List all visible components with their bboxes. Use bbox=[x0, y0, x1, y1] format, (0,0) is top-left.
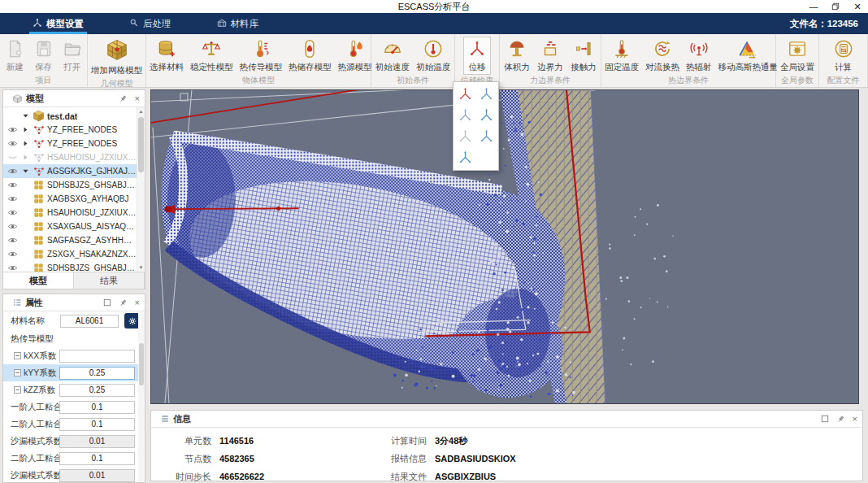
tab-results[interactable]: 结果 bbox=[74, 272, 145, 289]
tab-material-library[interactable]: 材料库 bbox=[204, 13, 272, 34]
material-name-input[interactable] bbox=[60, 315, 119, 328]
toolbar-button-thermal-radiation[interactable]: 热辐射 bbox=[683, 37, 715, 75]
caret-right-icon[interactable] bbox=[20, 154, 30, 161]
tree-item[interactable]: AGSGKJKG_GJHXAJKHXA bbox=[3, 164, 137, 178]
tab-model-settings[interactable]: 模型设置 bbox=[20, 13, 97, 34]
toolbar-button-add-mesh-model[interactable]: 增加网格模型 bbox=[88, 37, 145, 78]
toolbar-button-initial-temperature[interactable]: 初始温度 bbox=[413, 37, 454, 75]
caret-right-icon[interactable] bbox=[20, 126, 30, 133]
toolbar-button-heat-storage-model[interactable]: 热储存模型 bbox=[285, 37, 335, 75]
toolbar-button-contact-force[interactable]: 接触力 bbox=[567, 37, 600, 75]
tab-model[interactable]: 模型 bbox=[3, 272, 74, 289]
scrollbar-thumb[interactable] bbox=[139, 343, 144, 385]
tree-item[interactable]: test.dat bbox=[3, 109, 137, 123]
scroll-down-icon[interactable]: ▼ bbox=[137, 263, 145, 272]
visibility-eye-icon[interactable] bbox=[6, 221, 19, 232]
tree-item[interactable]: XSAXGAUS_AISYAQSH_ASHX bbox=[3, 220, 137, 233]
mesh-icon bbox=[32, 207, 46, 218]
visibility-eye-icon[interactable] bbox=[6, 263, 19, 272]
visibility-eye-icon[interactable] bbox=[6, 207, 19, 218]
toolbar-button-open-folder[interactable]: 打开 bbox=[59, 37, 86, 75]
visibility-eye-icon[interactable] bbox=[6, 124, 19, 135]
expander-icon[interactable] bbox=[14, 351, 21, 361]
tab-post-processing[interactable]: 后处理 bbox=[116, 13, 184, 34]
expander-icon[interactable] bbox=[14, 385, 21, 395]
property-value-input[interactable] bbox=[59, 384, 135, 397]
displacement-dof-option-4[interactable] bbox=[476, 107, 496, 124]
visibility-eye-icon[interactable] bbox=[6, 194, 19, 204]
tree-item[interactable]: SDHSBJZS_GHSABJHB_ZAHU bbox=[3, 261, 137, 272]
displacement-dof-option-3[interactable] bbox=[456, 107, 475, 124]
close-icon[interactable]: × bbox=[135, 94, 140, 103]
property-value-input[interactable] bbox=[59, 469, 135, 482]
tree-item[interactable]: SAGFASGZ_ASYHHXSN bbox=[3, 233, 137, 247]
visibility-eye-icon[interactable] bbox=[6, 180, 19, 190]
property-value-input[interactable] bbox=[59, 452, 135, 465]
caret-down-icon[interactable] bbox=[20, 168, 30, 175]
tree-item[interactable]: SDHSBJZS_GHSABJHB_ZAHU bbox=[3, 178, 137, 192]
visibility-eye-closed-icon[interactable] bbox=[6, 152, 19, 163]
tree-item-label: YZ_FREE_NODES bbox=[47, 139, 117, 148]
close-icon[interactable]: × bbox=[853, 415, 857, 424]
tree-scrollbar[interactable]: ▲ ▼ bbox=[137, 107, 145, 272]
property-value-input[interactable] bbox=[59, 350, 135, 363]
displacement-dof-option-7[interactable] bbox=[456, 149, 475, 167]
toolbar-button-heat-source-model[interactable]: 热源模型 bbox=[335, 37, 375, 75]
pin-icon[interactable] bbox=[119, 298, 128, 307]
expander-icon[interactable] bbox=[14, 368, 21, 378]
toolbar-button-label: 位移 bbox=[469, 62, 486, 73]
tree-item[interactable]: HSAUHOISU_JZXIUXHAHX bbox=[3, 206, 137, 220]
property-row: 二阶人工粘合性 bbox=[3, 416, 145, 433]
scroll-up-icon[interactable]: ▲ bbox=[137, 107, 145, 115]
visibility-eye-icon[interactable] bbox=[6, 166, 19, 176]
toolbar-button-convection[interactable]: 对流换热 bbox=[642, 37, 683, 75]
close-icon[interactable]: × bbox=[135, 298, 140, 307]
toolbar-button-moving-gaussian-heat-flux[interactable]: 移动高斯热通量 bbox=[715, 37, 782, 75]
visibility-eye-icon[interactable] bbox=[6, 138, 19, 149]
visibility-eye-icon[interactable] bbox=[6, 249, 19, 259]
toolbar-button-select-material[interactable]: 选择材料 bbox=[146, 37, 187, 75]
scrollbar-thumb[interactable] bbox=[138, 117, 144, 172]
toolbar-button-initial-velocity[interactable]: 初始速度 bbox=[372, 37, 413, 75]
minimize-icon[interactable]: — bbox=[808, 1, 819, 12]
viewport-3d-scene[interactable] bbox=[151, 90, 858, 403]
property-value-input[interactable] bbox=[59, 435, 135, 448]
close-icon[interactable]: ✕ bbox=[852, 1, 863, 12]
toolbar-button-new-file[interactable]: 新建 bbox=[1, 37, 28, 75]
toolbar-button-stability-model[interactable]: 稳定性模型 bbox=[187, 37, 237, 75]
info-value: 4582365 bbox=[219, 454, 378, 463]
property-label: 沙漏模式系数 bbox=[11, 436, 62, 447]
toolbar-button-fixed-temperature[interactable]: 固定温度 bbox=[601, 37, 642, 75]
tree-item[interactable]: HSAUHOISU_JZXIUXHAHX bbox=[3, 150, 137, 164]
toolbar-button-save[interactable]: 保存 bbox=[30, 37, 58, 75]
tree-item[interactable]: YZ_FREE_NODES bbox=[3, 137, 137, 150]
toolbar-button-compute[interactable]: 计算 bbox=[830, 37, 857, 75]
pin-icon[interactable] bbox=[836, 415, 845, 424]
property-value-input[interactable] bbox=[59, 401, 135, 414]
toolbar: 新建保存打开项目增加网格模型几何模型选择材料稳定性模型热传导模型热储存模型热源模… bbox=[0, 34, 868, 88]
tree-item[interactable]: ZSXGX_HSAKAZNZXK_AHASX bbox=[3, 247, 137, 261]
pin-icon[interactable] bbox=[119, 94, 128, 103]
property-value-input[interactable] bbox=[59, 367, 135, 380]
toolbar-button-displacement[interactable]: 位移 bbox=[463, 37, 491, 75]
property-label: kZZ系数 bbox=[11, 385, 55, 396]
toolbar-button-boundary-force[interactable]: 边界力 bbox=[534, 37, 566, 75]
restore-icon[interactable] bbox=[830, 1, 841, 12]
tree-item[interactable]: XAGBSXG_AYHAQBJ bbox=[3, 192, 137, 206]
displacement-dof-option-1[interactable] bbox=[456, 85, 475, 103]
caret-down-icon[interactable] bbox=[20, 112, 30, 120]
caret-right-icon[interactable] bbox=[20, 140, 30, 147]
float-panel-icon[interactable] bbox=[103, 298, 111, 307]
model-panel-tabs: 模型 结果 bbox=[3, 272, 145, 289]
tree-item[interactable]: YZ_FREE_NODES bbox=[3, 123, 137, 137]
property-value-input[interactable] bbox=[59, 418, 135, 431]
toolbar-button-heat-conduction-model[interactable]: 热传导模型 bbox=[237, 37, 286, 75]
toolbar-button-global-settings[interactable]: 全局设置 bbox=[777, 37, 818, 75]
displacement-dof-option-6[interactable] bbox=[476, 128, 496, 146]
displacement-dof-option-2[interactable] bbox=[476, 85, 496, 103]
visibility-eye-icon[interactable] bbox=[6, 235, 19, 246]
displacement-dof-option-5[interactable] bbox=[456, 128, 475, 146]
float-panel-icon[interactable] bbox=[821, 415, 829, 423]
toolbar-button-body-force[interactable]: 体积力 bbox=[501, 37, 533, 75]
properties-scrollbar[interactable] bbox=[138, 312, 145, 482]
